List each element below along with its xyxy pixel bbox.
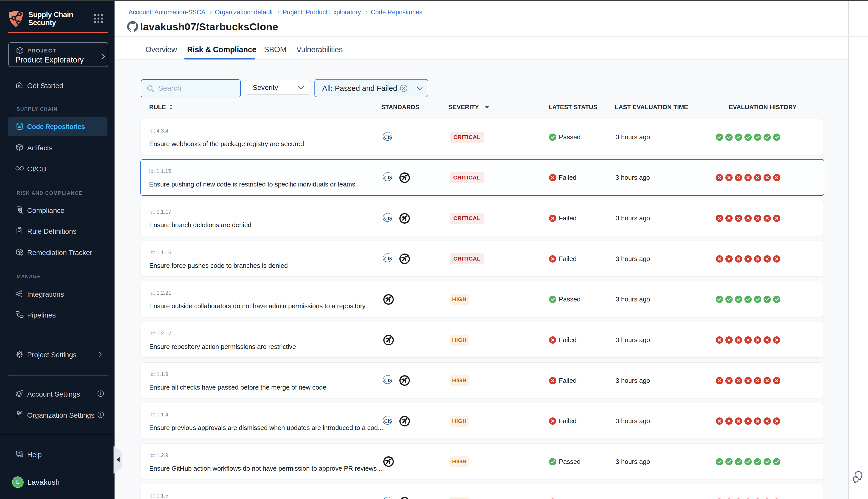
svg-text:CIS: CIS: [384, 216, 391, 221]
svg-text:?: ?: [18, 452, 20, 455]
svg-text:CIS: CIS: [384, 418, 391, 424]
svg-text:CIS: CIS: [384, 135, 391, 140]
svg-text:CIS: CIS: [384, 256, 391, 261]
svg-text:CIS: CIS: [384, 175, 391, 180]
svg-text:CIS: CIS: [384, 378, 391, 383]
